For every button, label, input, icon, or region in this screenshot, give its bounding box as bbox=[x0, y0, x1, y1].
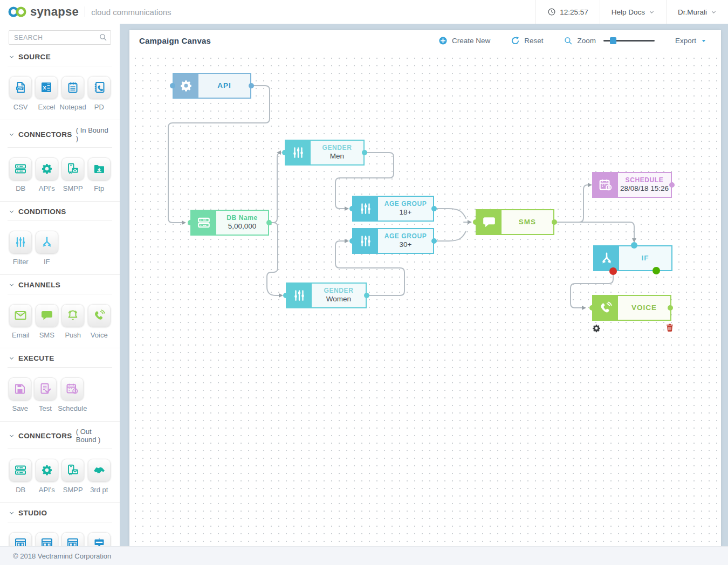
palette-item-studio-canvas[interactable]: Canvas bbox=[86, 532, 113, 547]
search-input[interactable] bbox=[9, 30, 111, 45]
palette-item-source-csv[interactable]: CSVCSV bbox=[8, 76, 33, 111]
node-settings-button[interactable] bbox=[592, 323, 601, 333]
node-gender-men[interactable]: GENDERMen bbox=[285, 140, 365, 166]
node-db-name[interactable]: DB Name5,00,000 bbox=[190, 210, 269, 236]
folder-icon bbox=[93, 162, 106, 175]
palette-item-conditions-filter[interactable]: Filter bbox=[8, 231, 34, 266]
create-new-button[interactable]: Create New bbox=[438, 36, 490, 45]
connection-port[interactable] bbox=[349, 206, 355, 211]
palette-item-source-notepad[interactable]: Notepad bbox=[60, 76, 86, 111]
node-body: DB Name5,00,000 bbox=[216, 211, 268, 235]
export-button[interactable]: Export bbox=[675, 37, 707, 45]
node-api[interactable]: API bbox=[173, 73, 251, 99]
help-docs-label: Help Docs bbox=[612, 8, 645, 16]
palette-item-execute-save[interactable]: Save bbox=[8, 377, 33, 412]
sidebar-section-conditions: CONDITIONSFilterIF bbox=[0, 202, 120, 275]
palette-item-label: Save bbox=[12, 404, 28, 412]
node-age-group-30[interactable]: AGE GROUP30+ bbox=[352, 228, 434, 254]
zoom-slider[interactable] bbox=[603, 40, 655, 42]
plus-circle-icon bbox=[438, 36, 448, 45]
palette-item-studio-sms[interactable]: SMS bbox=[8, 532, 34, 547]
palette-item-studio-email[interactable]: Email bbox=[34, 532, 60, 547]
connection-port[interactable] bbox=[249, 83, 254, 88]
connection-port[interactable] bbox=[170, 83, 175, 88]
node-sms[interactable]: SMS bbox=[476, 209, 554, 235]
search-box bbox=[9, 30, 111, 45]
palette-item-channels-voice[interactable]: Voice bbox=[86, 304, 113, 339]
connection-port[interactable] bbox=[668, 305, 673, 311]
palette-item-execute-test[interactable]: Test bbox=[33, 377, 58, 412]
section-header[interactable]: CONNECTORS( Out Bound ) bbox=[8, 422, 112, 449]
section-header[interactable]: CHANNELS bbox=[8, 275, 112, 294]
node-gender-women[interactable]: GENDERWomen bbox=[286, 282, 367, 308]
palette-grid: CSVCSVxExcelNotepadPD bbox=[8, 66, 112, 120]
palette-item-connectors-db[interactable]: DB bbox=[8, 157, 34, 192]
palette-item-conditions-if[interactable]: IF bbox=[34, 231, 60, 266]
connection-port[interactable] bbox=[431, 238, 437, 244]
connection-port[interactable] bbox=[609, 267, 617, 275]
section-header[interactable]: CONNECTORS( In Bound ) bbox=[8, 120, 112, 148]
node-if[interactable]: IF bbox=[593, 245, 672, 271]
palette-item-source-pd[interactable]: PD bbox=[86, 76, 112, 111]
palette-item-connectors-smpp[interactable]: SMPP bbox=[60, 157, 86, 192]
palette-item-connectors-3rd-pt[interactable]: 3rd pt bbox=[86, 459, 113, 494]
palette-item-connectors-ftp[interactable]: Ftp bbox=[86, 157, 113, 192]
node-delete-button[interactable] bbox=[665, 323, 675, 333]
search-icon[interactable] bbox=[99, 33, 107, 44]
chevron-down-icon bbox=[9, 355, 15, 361]
gear-icon bbox=[40, 464, 53, 477]
palette-tile bbox=[36, 231, 58, 253]
palette-item-channels-push[interactable]: Push bbox=[60, 304, 86, 339]
handshake-icon bbox=[93, 464, 106, 477]
palette-item-channels-email[interactable]: Email bbox=[8, 304, 34, 339]
logo-name: synapse bbox=[30, 5, 79, 19]
connection-port[interactable] bbox=[552, 219, 557, 225]
notepad-icon bbox=[66, 81, 79, 94]
phone-wave-icon bbox=[593, 296, 618, 320]
node-schedule[interactable]: SCHEDULE28/08/18 15:26 bbox=[592, 172, 672, 198]
palette-item-connectors-db[interactable]: DB bbox=[8, 459, 34, 494]
sliders-icon bbox=[353, 197, 378, 221]
connection-port[interactable] bbox=[362, 150, 367, 155]
reset-button[interactable]: Reset bbox=[511, 36, 543, 45]
palette-item-source-excel[interactable]: xExcel bbox=[33, 76, 59, 111]
connection-port[interactable] bbox=[589, 305, 595, 311]
palette-item-label: SMS bbox=[39, 331, 54, 339]
user-menu[interactable]: Dr.Murali bbox=[666, 0, 728, 24]
section-title: CONNECTORS bbox=[18, 432, 72, 440]
doc-check-icon bbox=[39, 382, 52, 395]
connection-port[interactable] bbox=[266, 220, 272, 225]
palette-tile: CSV bbox=[9, 76, 32, 99]
connection-port[interactable] bbox=[283, 293, 289, 298]
connection-port[interactable] bbox=[631, 242, 637, 249]
node-voice[interactable]: VOICE bbox=[592, 295, 671, 321]
connection-port[interactable] bbox=[669, 182, 675, 188]
connection-port[interactable] bbox=[473, 219, 478, 225]
palette-item-connectors-api-s[interactable]: API's bbox=[34, 459, 60, 494]
palette-tile bbox=[9, 157, 32, 180]
connection-port[interactable] bbox=[188, 220, 193, 225]
palette-item-execute-schedule[interactable]: Schedule bbox=[58, 377, 87, 412]
connection-port[interactable] bbox=[431, 206, 437, 211]
node-body: VOICE bbox=[618, 296, 670, 320]
palette-item-connectors-api-s[interactable]: API's bbox=[34, 157, 60, 192]
help-docs-menu[interactable]: Help Docs bbox=[600, 0, 666, 24]
zoom-slider-handle[interactable] bbox=[610, 37, 616, 44]
connection-port[interactable] bbox=[349, 238, 355, 244]
palette-item-connectors-smpp[interactable]: SMPP bbox=[60, 459, 86, 494]
connection-port[interactable] bbox=[653, 267, 660, 274]
sidebar-sections: SOURCECSVCSVxExcelNotepadPDCONNECTORS( I… bbox=[0, 47, 120, 547]
palette-item-channels-sms[interactable]: SMS bbox=[34, 304, 60, 339]
section-header[interactable]: STUDIO bbox=[8, 503, 112, 522]
section-header[interactable]: EXECUTE bbox=[8, 348, 112, 368]
branch-icon bbox=[594, 246, 619, 270]
section-header[interactable]: SOURCE bbox=[8, 47, 112, 66]
section-header[interactable]: CONDITIONS bbox=[8, 202, 112, 221]
palette-grid: FilterIF bbox=[8, 221, 112, 274]
connection-port[interactable] bbox=[364, 293, 369, 298]
palette-item-label: Email bbox=[12, 331, 30, 339]
connection-port[interactable] bbox=[282, 150, 287, 155]
canvas-area[interactable]: APIGENDERMenDB Name5,00,000AGE GROUP18+A… bbox=[129, 51, 721, 547]
node-age-group-18[interactable]: AGE GROUP18+ bbox=[352, 196, 434, 222]
palette-item-studio-pn[interactable]: PN bbox=[60, 532, 86, 547]
